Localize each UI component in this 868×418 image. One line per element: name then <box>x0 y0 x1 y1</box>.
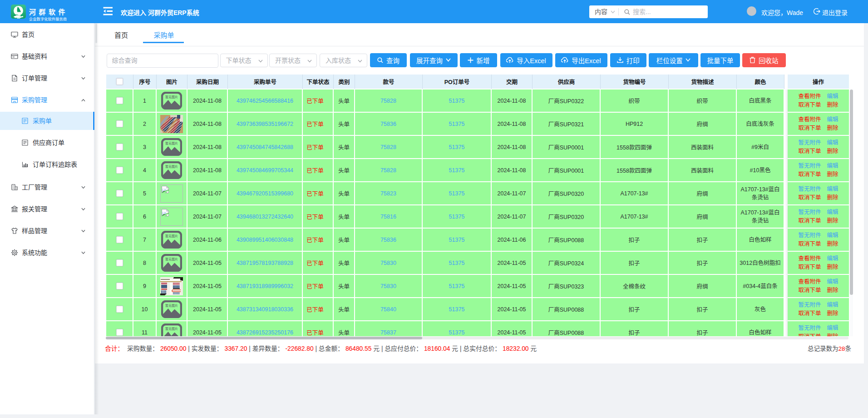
svg-text:暂无图片: 暂无图片 <box>165 327 178 331</box>
svg-text:暂无图片: 暂无图片 <box>165 141 178 145</box>
svg-text:暂无图片: 暂无图片 <box>165 164 178 169</box>
svg-text:暂无图片: 暂无图片 <box>165 95 178 99</box>
svg-text:暂无图片: 暂无图片 <box>165 304 178 308</box>
svg-text:暂无图片: 暂无图片 <box>165 234 178 238</box>
svg-text:暂无图片: 暂无图片 <box>165 257 178 261</box>
